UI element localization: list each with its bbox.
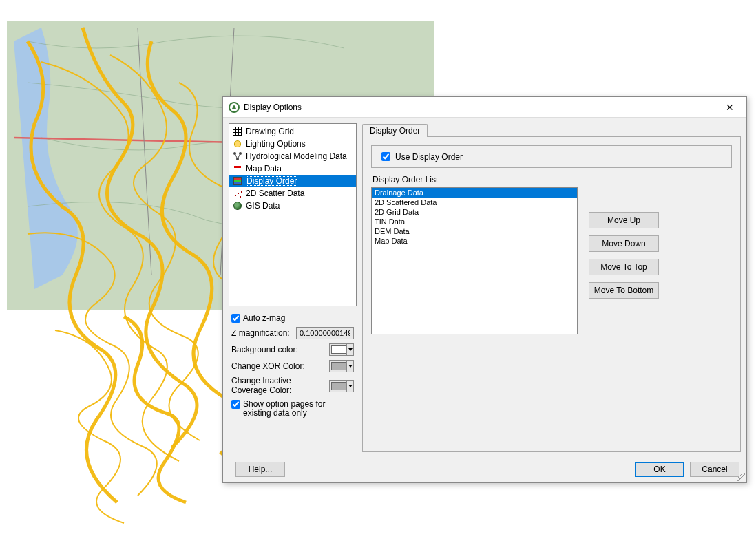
tree-item-lighting-options[interactable]: Lighting Options: [229, 138, 356, 150]
move-up-button[interactable]: Move Up: [589, 212, 659, 228]
move-down-button[interactable]: Move Down: [589, 235, 659, 252]
pin-icon: [232, 163, 243, 174]
move-to-bottom-button[interactable]: Move To Bottom: [589, 282, 659, 299]
tree-item-label: Lighting Options: [246, 139, 306, 149]
xorcolor-row: Change XOR Color:: [231, 360, 354, 372]
branch-icon: [232, 151, 243, 162]
cancel-button[interactable]: Cancel: [690, 462, 739, 477]
category-tree[interactable]: Drawing GridLighting OptionsHydrological…: [229, 123, 357, 306]
xorcolor-label: Change XOR Color:: [231, 361, 325, 371]
tree-item-2d-scatter-data[interactable]: 2D Scatter Data: [229, 187, 356, 200]
zmag-row: Z magnification:: [231, 327, 354, 339]
tree-item-drawing-grid[interactable]: Drawing Grid: [229, 125, 356, 138]
xorcolor-picker[interactable]: [329, 360, 354, 372]
globe-icon: [232, 200, 243, 211]
list-item[interactable]: Map Data: [372, 236, 577, 246]
dropdown-icon: [346, 361, 353, 372]
display-options-dialog: Display Options ✕ Drawing GridLighting O…: [222, 96, 747, 483]
global-options: Auto z-mag Z magnification: Background c…: [229, 313, 357, 418]
show-existing-input[interactable]: [231, 400, 240, 409]
zmag-label: Z magnification:: [231, 328, 292, 338]
dialog-title: Display Options: [244, 103, 716, 112]
bgcolor-swatch: [331, 345, 346, 354]
bgcolor-label: Background color:: [231, 345, 325, 354]
list-item[interactable]: DEM Data: [372, 226, 577, 236]
bulb-icon: [232, 138, 243, 149]
inactivecolor-row: Change Inactive Coverage Color:: [231, 376, 354, 396]
show-existing-checkbox[interactable]: Show option pages for existing data only: [231, 400, 354, 419]
tab-bar: Display Order: [362, 123, 741, 136]
tab-content: Use Display Order Display Order List Dra…: [362, 136, 741, 452]
xorcolor-swatch: [331, 362, 346, 370]
tab-display-order[interactable]: Display Order: [362, 124, 428, 137]
tree-item-hydrological-modeling-data[interactable]: Hydrological Modeling Data: [229, 150, 356, 162]
inactivecolor-picker[interactable]: [329, 380, 354, 392]
auto-zmag-label: Auto z-mag: [243, 313, 285, 323]
bgcolor-picker[interactable]: [329, 343, 354, 356]
tree-item-gis-data[interactable]: GIS Data: [229, 200, 356, 212]
inactivecolor-label: Change Inactive Coverage Color:: [231, 376, 325, 396]
scatter-icon: [232, 188, 243, 199]
inactivecolor-swatch: [331, 382, 346, 390]
tree-item-label: GIS Data: [246, 201, 280, 211]
svg-line-2: [138, 28, 151, 275]
zmag-value[interactable]: [296, 327, 354, 339]
help-button[interactable]: Help...: [235, 462, 285, 477]
left-panel: Drawing GridLighting OptionsHydrological…: [229, 123, 357, 452]
dropdown-icon: [346, 344, 353, 355]
list-item[interactable]: Drainage Data: [372, 188, 577, 198]
auto-zmag-checkbox[interactable]: Auto z-mag: [231, 313, 354, 323]
auto-zmag-input[interactable]: [231, 314, 240, 323]
dropdown-icon: [346, 381, 353, 392]
use-display-order-label: Use Display Order: [395, 152, 463, 162]
right-panel: Display Order Use Display Order Display …: [362, 123, 741, 452]
tree-item-label: Drawing Grid: [246, 127, 294, 136]
display-order-listbox[interactable]: Drainage Data2D Scattered Data2D Grid Da…: [371, 187, 578, 334]
dialog-content: Drawing GridLighting OptionsHydrological…: [223, 118, 746, 458]
show-existing-label: Show option pages for existing data only: [243, 400, 339, 419]
list-item[interactable]: TIN Data: [372, 217, 577, 226]
tree-item-label: Display Order: [246, 176, 297, 186]
svg-line-8: [238, 153, 240, 159]
tree-item-map-data[interactable]: Map Data: [229, 162, 356, 175]
close-icon: ✕: [726, 102, 734, 113]
display-order-list-label: Display Order List: [372, 175, 732, 184]
tree-item-label: Map Data: [246, 164, 282, 173]
grid-icon: [232, 126, 243, 137]
resize-grip[interactable]: [737, 473, 745, 481]
titlebar: Display Options ✕: [223, 97, 746, 118]
tree-item-label: Hydrological Modeling Data: [246, 151, 347, 161]
list-item[interactable]: 2D Scattered Data: [372, 198, 577, 207]
ok-button[interactable]: OK: [635, 462, 684, 477]
move-to-top-button[interactable]: Move To Top: [589, 259, 659, 275]
tree-item-label: 2D Scatter Data: [246, 189, 304, 198]
app-icon: [229, 102, 240, 113]
bgcolor-row: Background color:: [231, 343, 354, 356]
tab-label: Display Order: [370, 126, 420, 136]
close-button[interactable]: ✕: [716, 97, 744, 117]
svg-line-7: [235, 153, 238, 159]
use-display-order-row: Use Display Order: [371, 145, 732, 168]
use-display-order-checkbox[interactable]: [381, 152, 390, 161]
order-icon: [232, 175, 243, 187]
tree-item-display-order[interactable]: Display Order: [229, 175, 356, 187]
reorder-buttons: Move Up Move Down Move To Top Move To Bo…: [589, 212, 659, 299]
dialog-footer: Help... OK Cancel: [223, 458, 746, 482]
order-area: Drainage Data2D Scattered Data2D Grid Da…: [371, 187, 732, 334]
list-item[interactable]: 2D Grid Data: [372, 207, 577, 217]
